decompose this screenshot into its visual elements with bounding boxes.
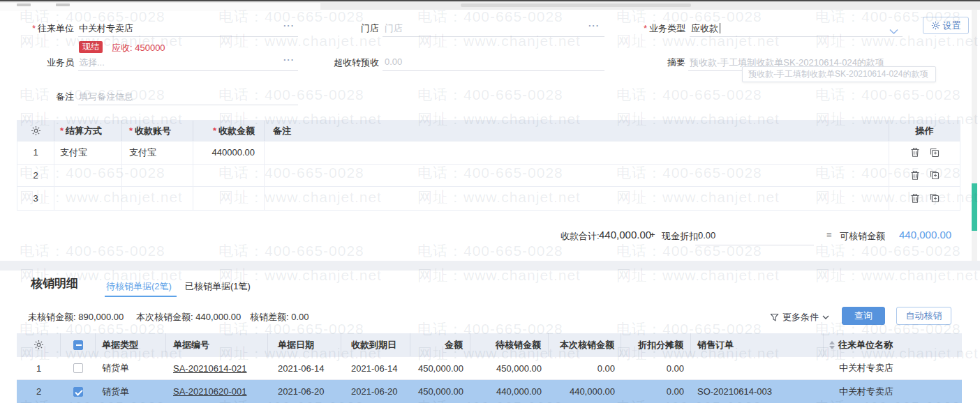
remark-input[interactable]: 填写备注信息 — [79, 91, 133, 103]
salesman-more-icon[interactable]: ··· — [283, 54, 295, 65]
sum-value: 440,000.00 — [599, 229, 651, 241]
section-divider — [0, 261, 980, 271]
header-receive-account: *收款账号 — [122, 121, 193, 141]
required-mark: * — [129, 126, 133, 136]
stat-unverified-amount: 未核销金额: 890,000.00 — [28, 311, 124, 324]
discount-share-cell: 0.00 — [621, 357, 691, 379]
store-more-icon[interactable]: ··· — [588, 20, 600, 31]
watermark-text: 电话：400-665-0028 — [616, 85, 762, 105]
watermark-text: 电话：400-665-0028 — [815, 85, 961, 105]
tab-verified-docs[interactable]: 已核销单据(1笔) — [185, 280, 251, 293]
row-number: 1 — [17, 142, 54, 164]
customer-name-cell: 中关村专卖店 — [824, 380, 962, 403]
current-amount-cell[interactable]: 0.00 — [549, 357, 621, 379]
available-value: 440,000.00 — [899, 229, 951, 241]
select-all-checkbox[interactable] — [73, 340, 83, 350]
text-cursor — [720, 23, 720, 33]
watermark-text: 电话：400-665-0028 — [218, 85, 364, 105]
horizontal-scrollbar[interactable] — [461, 3, 691, 7]
row-number: 2 — [17, 380, 61, 403]
biz-type-underline — [690, 36, 903, 37]
query-button[interactable]: 查询 — [842, 307, 885, 325]
customer-label: *往来单位 — [14, 22, 74, 35]
auto-verify-button[interactable]: 自动核销 — [896, 307, 951, 325]
filter-funnel-icon — [770, 313, 779, 322]
watermark-text: 电话：400-665-0028 — [417, 241, 563, 261]
copy-row-icon[interactable] — [930, 193, 940, 203]
verify-table-header: 单据类型 单据编号 单据日期 收款到期日 金额 待核销金额 本次核销金额 折扣分… — [17, 333, 962, 357]
over-receive-label: 超收转预收 — [318, 56, 379, 69]
sort-icon[interactable] — [829, 341, 835, 349]
copy-row-icon[interactable] — [930, 148, 940, 158]
due-date-cell: 2021-06-20 — [341, 380, 410, 403]
row-checkbox[interactable] — [73, 387, 83, 397]
remark-cell[interactable] — [265, 142, 889, 164]
header-receive-amount: *收款金额 — [193, 121, 265, 141]
more-filters-toggle[interactable]: 更多条件 — [770, 311, 829, 324]
equals-sign: = — [826, 229, 832, 240]
summary-tooltip: 预收款-手工填制收款单SK-20210614-024的款项 — [742, 66, 936, 82]
chevron-down-icon[interactable] — [889, 26, 898, 37]
verify-row[interactable]: 1 销货单 SA-20210614-021 2021-06-14 2021-06… — [17, 357, 962, 380]
column-settings-gear-icon[interactable] — [17, 121, 54, 141]
header-doc-code: 单据编号 — [166, 333, 268, 356]
remark-cell[interactable] — [265, 165, 889, 187]
cash-discount-input[interactable]: 0.00 — [698, 230, 715, 241]
current-amount-cell[interactable]: 440,000.00 — [549, 380, 621, 403]
customer-underline — [78, 36, 298, 37]
pending-amount-cell: 440,000.00 — [470, 380, 549, 403]
active-tab-strip — [0, 3, 320, 11]
doc-code-link[interactable]: SA-20210620-001 — [173, 386, 247, 397]
salesman-input[interactable]: 选择... — [79, 56, 105, 69]
settle-method-cell[interactable]: 支付宝 — [54, 142, 122, 164]
doc-date-cell: 2021-06-14 — [268, 357, 341, 379]
tab-remnant — [17, 3, 31, 6]
header-operations: 操作 — [889, 121, 960, 141]
receive-amount-cell[interactable] — [193, 165, 265, 187]
remark-cell[interactable] — [265, 187, 889, 210]
stat-current-verify-amount: 本次核销金额: 440,000.00 — [136, 311, 241, 324]
doc-code-link[interactable]: SA-20210614-021 — [173, 363, 247, 374]
receive-amount-cell[interactable]: 440000.00 — [193, 142, 265, 164]
receive-account-cell[interactable]: 支付宝 — [122, 142, 193, 164]
required-mark: * — [644, 23, 647, 33]
payment-row: 1 支付宝 支付宝 440000.00 — [17, 142, 960, 165]
customer-more-icon[interactable]: ··· — [283, 20, 295, 31]
settle-method-cell[interactable] — [54, 165, 122, 187]
biz-type-label: *业务类型 — [621, 22, 685, 35]
store-input[interactable]: 门店 — [385, 22, 403, 35]
delete-row-icon[interactable] — [910, 147, 920, 158]
settle-method-cell[interactable] — [54, 187, 122, 210]
receive-account-cell[interactable] — [122, 165, 193, 187]
chevron-down-icon — [822, 315, 829, 320]
over-receive-underline — [383, 70, 604, 71]
cash-discount-underline — [695, 245, 814, 245]
column-settings-gear-icon[interactable] — [17, 333, 61, 356]
available-label: 可核销金额 — [840, 230, 885, 243]
row-number: 1 — [17, 357, 61, 379]
receive-amount-cell[interactable] — [193, 187, 265, 210]
header-sales-order: 销售订单 — [691, 333, 824, 356]
sales-order-cell: SO-20210614-003 — [691, 380, 824, 403]
vertical-scrollbar-thumb[interactable] — [972, 183, 977, 231]
delete-row-icon[interactable] — [910, 170, 920, 181]
settings-button-label: 设置 — [943, 20, 961, 32]
watermark-text: 电话：400-665-0028 — [218, 241, 364, 261]
cash-discount-label: 现金折扣: — [662, 230, 701, 243]
active-tab-underline — [105, 296, 177, 297]
customer-name-cell: 中关村专卖店 — [824, 357, 962, 379]
verify-row-selected[interactable]: 2 销货单 SA-20210620-001 2021-06-20 2021-06… — [17, 380, 962, 403]
receive-account-cell[interactable] — [122, 187, 193, 210]
row-checkbox[interactable] — [73, 363, 83, 373]
biz-type-input[interactable]: 应收款 — [691, 22, 718, 35]
delete-row-icon[interactable] — [910, 193, 920, 204]
tab-pending-docs[interactable]: 待核销单据(2笔) — [106, 280, 172, 293]
doc-type-cell: 销货单 — [96, 380, 166, 403]
stat-verify-difference: 核销差额: 0.00 — [250, 311, 309, 324]
copy-row-icon[interactable] — [930, 170, 940, 180]
over-receive-input[interactable]: 0.00 — [385, 56, 402, 67]
salesman-label: 业务员 — [14, 56, 74, 69]
required-mark: * — [60, 126, 64, 136]
customer-input[interactable]: 中关村专卖店 — [79, 22, 133, 35]
settings-button[interactable]: 设置 — [923, 17, 969, 34]
